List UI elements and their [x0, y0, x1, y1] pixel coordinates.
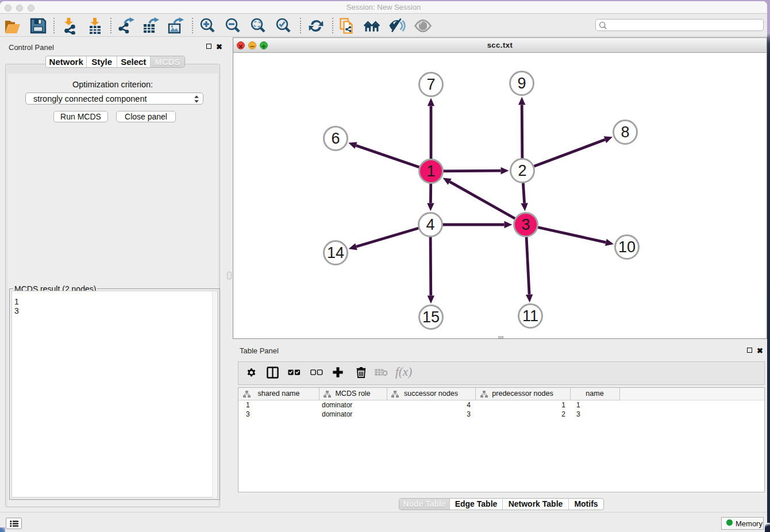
svg-text:1: 1 [426, 163, 435, 180]
svg-text:7: 7 [426, 76, 435, 93]
svg-text:2: 2 [518, 162, 526, 179]
svg-text:8: 8 [621, 124, 629, 141]
svg-text:15: 15 [422, 309, 440, 326]
svg-text:3: 3 [521, 216, 530, 233]
svg-text:14: 14 [327, 244, 344, 261]
svg-text:4: 4 [426, 216, 434, 233]
svg-text:6: 6 [331, 130, 340, 147]
svg-text:9: 9 [517, 75, 526, 92]
svg-text:10: 10 [618, 238, 636, 256]
svg-text:11: 11 [522, 307, 538, 325]
